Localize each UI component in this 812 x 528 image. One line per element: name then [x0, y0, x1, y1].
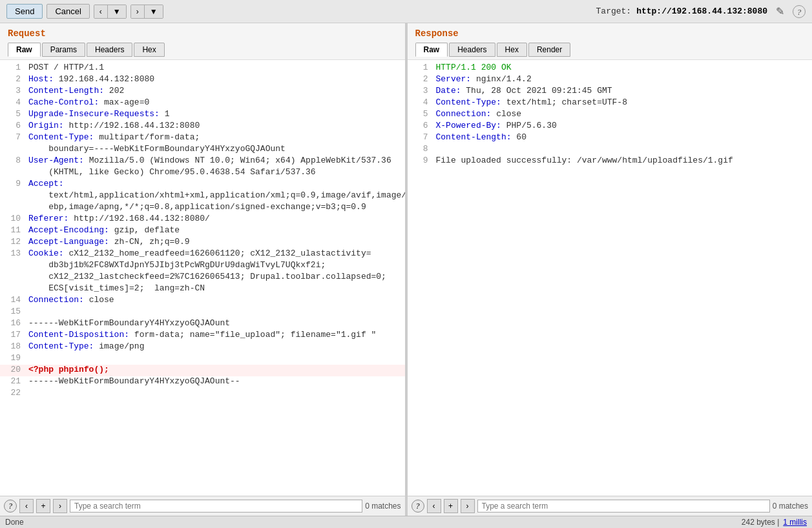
- response-search-input[interactable]: [477, 500, 770, 513]
- line-content: ebp,image/apng,*/*;q=0.8,application/sig…: [28, 202, 400, 214]
- code-line: 8User-Agent: Mozilla/5.0 (Windows NT 10.…: [0, 156, 405, 167]
- request-search-prev[interactable]: ‹: [19, 499, 34, 513]
- line-number: [5, 202, 21, 214]
- request-search-next-plus[interactable]: +: [36, 499, 50, 513]
- line-number: 9: [413, 156, 428, 167]
- line-number: 6: [5, 121, 21, 132]
- line-content: Accept-Encoding: gzip, deflate: [28, 225, 400, 237]
- line-number: [5, 144, 21, 156]
- line-content: [28, 388, 400, 400]
- response-matches: 0 matches: [773, 502, 808, 511]
- code-line: 1HTTP/1.1 200 OK: [408, 63, 813, 74]
- line-number: 16: [5, 318, 21, 330]
- code-line: 5Connection: close: [408, 109, 813, 121]
- code-line: 7Content-Type: multipart/form-data;: [0, 132, 405, 144]
- line-number: 17: [5, 330, 21, 341]
- line-number: 1: [5, 63, 21, 74]
- line-content: User-Agent: Mozilla/5.0 (Windows NT 10.0…: [28, 156, 400, 167]
- request-search-input[interactable]: [70, 500, 362, 513]
- line-content: Content-Type: text/html; charset=UTF-8: [436, 97, 807, 109]
- tab-hex[interactable]: Hex: [497, 43, 527, 57]
- line-number: 4: [5, 97, 21, 109]
- response-search-next[interactable]: ›: [461, 499, 475, 513]
- line-number: 14: [5, 295, 21, 307]
- line-number: 15: [5, 307, 21, 318]
- response-tabs: RawHeadersHexRender: [415, 43, 805, 57]
- line-content: Content-Type: image/png: [28, 341, 400, 353]
- code-line: 6Origin: http://192.168.44.132:8080: [0, 121, 405, 132]
- back-button[interactable]: ‹: [94, 5, 108, 18]
- target-url: http://192.168.44.132:8080: [636, 6, 767, 16]
- line-content: Server: nginx/1.4.2: [436, 74, 807, 86]
- code-line: ebp,image/apng,*/*;q=0.8,application/sig…: [0, 202, 405, 214]
- line-content: Origin: http://192.168.44.132:8080: [28, 121, 400, 132]
- line-number: 7: [5, 132, 21, 144]
- send-button[interactable]: Send: [6, 4, 43, 19]
- request-search-help[interactable]: ?: [4, 500, 17, 513]
- line-content: text/html,application/xhtml+xml,applicat…: [28, 190, 405, 202]
- line-content: [28, 307, 400, 318]
- code-line: 21------WebKitFormBoundaryY4HYxzyoGQJAOu…: [0, 376, 405, 388]
- back-dropdown-button[interactable]: ▼: [108, 5, 126, 18]
- request-content[interactable]: 1POST / HTTP/1.12Host: 192.168.44.132:80…: [0, 60, 405, 496]
- line-content: Content-Length: 60: [436, 132, 807, 144]
- line-content: POST / HTTP/1.1: [28, 63, 400, 74]
- response-panel-header: Response RawHeadersHexRender: [408, 23, 813, 60]
- code-line: db3bj1b%2FC8WXTdJpnY5JIbj3tPcWRgDUrU9dag…: [0, 260, 405, 272]
- line-number: [5, 190, 21, 202]
- line-number: 11: [5, 225, 21, 237]
- line-content: [28, 353, 400, 365]
- line-content: Cache-Control: max-age=0: [28, 97, 400, 109]
- line-number: [5, 272, 21, 283]
- line-number: 22: [5, 388, 21, 400]
- line-content: Accept-Language: zh-CN, zh;q=0.9: [28, 237, 400, 249]
- tab-render[interactable]: Render: [528, 43, 570, 57]
- tab-headers[interactable]: Headers: [87, 43, 132, 57]
- line-content: Upgrade-Insecure-Requests: 1: [28, 109, 400, 121]
- line-number: 18: [5, 341, 21, 353]
- tab-headers[interactable]: Headers: [449, 43, 495, 57]
- response-search-help[interactable]: ?: [411, 500, 424, 513]
- tab-raw[interactable]: Raw: [8, 43, 41, 57]
- code-line: 7Content-Length: 60: [408, 132, 813, 144]
- line-number: 5: [5, 109, 21, 121]
- line-number: 21: [5, 376, 21, 388]
- back-nav-group: ‹ ▼: [94, 5, 127, 19]
- code-line: 1POST / HTTP/1.1: [0, 63, 405, 74]
- code-line: 10Referer: http://192.168.44.132:8080/: [0, 214, 405, 225]
- response-content[interactable]: 1HTTP/1.1 200 OK2Server: nginx/1.4.23Dat…: [408, 60, 813, 496]
- line-content: Referer: http://192.168.44.132:8080/: [28, 214, 400, 225]
- tab-params[interactable]: Params: [42, 43, 85, 57]
- code-line: 2Server: nginx/1.4.2: [408, 74, 813, 86]
- line-number: 8: [5, 156, 21, 167]
- line-number: 13: [5, 249, 21, 260]
- code-line: 22: [0, 388, 405, 400]
- line-content: Connection: close: [436, 109, 807, 121]
- tab-hex[interactable]: Hex: [134, 43, 164, 57]
- tab-raw[interactable]: Raw: [415, 43, 448, 57]
- line-content: ------WebKitFormBoundaryY4HYxzyoGQJAOunt: [28, 318, 400, 330]
- toolbar: Send Cancel ‹ ▼ › ▼ Target: http://192.1…: [0, 0, 812, 23]
- line-content: Date: Thu, 28 Oct 2021 09:21:45 GMT: [436, 86, 807, 97]
- response-search-prev[interactable]: ‹: [427, 499, 441, 513]
- code-line: text/html,application/xhtml+xml,applicat…: [0, 190, 405, 202]
- help-button[interactable]: ?: [793, 5, 806, 18]
- line-number: 4: [413, 97, 428, 109]
- edit-target-button[interactable]: ✎: [773, 4, 787, 19]
- cancel-button[interactable]: Cancel: [47, 4, 89, 19]
- line-number: 8: [413, 144, 428, 156]
- line-content: Content-Length: 202: [28, 86, 400, 97]
- request-search-next[interactable]: ›: [53, 499, 67, 513]
- code-line: (KHTML, like Gecko) Chrome/95.0.4638.54 …: [0, 167, 405, 179]
- line-content: X-Powered-By: PHP/5.6.30: [436, 121, 807, 132]
- line-content: <?php phpinfo();: [28, 365, 400, 376]
- forward-dropdown-button[interactable]: ▼: [145, 5, 163, 18]
- status-millis-link[interactable]: 1 millis: [783, 518, 807, 527]
- line-number: 3: [413, 86, 428, 97]
- line-number: 7: [413, 132, 428, 144]
- target-label: Target:: [596, 6, 632, 16]
- response-search-next-plus[interactable]: +: [444, 499, 458, 513]
- code-line: 19: [0, 353, 405, 365]
- forward-button[interactable]: ›: [131, 5, 145, 18]
- code-line: 8: [408, 144, 813, 156]
